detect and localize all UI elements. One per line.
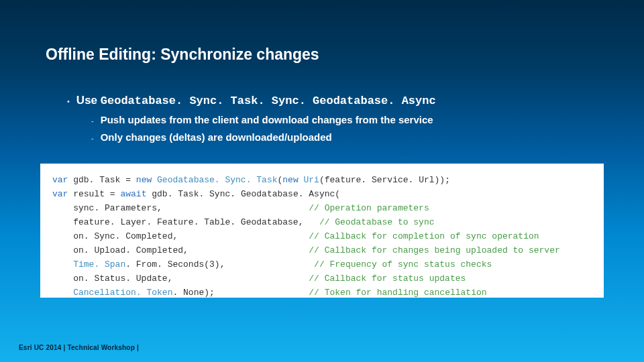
bullet-dot-icon: • xyxy=(67,94,70,109)
bullet-text: Use Geodatabase. Sync. Task. Sync. Geoda… xyxy=(76,94,436,107)
code-op: = xyxy=(125,175,136,185)
code-pln: (feature. Service. Url)); xyxy=(319,175,450,185)
code-arg: on. Status. Update, xyxy=(52,274,172,284)
code-type: Uri xyxy=(299,175,319,185)
bullet-code: Geodatabase. Sync. Task. Sync. Geodataba… xyxy=(101,95,436,107)
code-arg: . From. Seconds(3), xyxy=(125,259,225,269)
code-comment: // Frequency of sync status checks xyxy=(314,259,492,269)
code-type: Time. Span xyxy=(52,259,125,269)
footer-text: Esri UC 2014 | Technical Workshop | xyxy=(19,344,139,351)
code-kw: new xyxy=(282,175,298,185)
code-op: = xyxy=(110,189,121,199)
dash-icon: - xyxy=(91,117,94,125)
sub-bullet-1: - Push updates from the client and downl… xyxy=(91,114,433,125)
code-comment: // Operation parameters xyxy=(309,203,429,213)
dash-icon: - xyxy=(91,134,94,142)
code-type: Cancellation. Token xyxy=(52,288,172,298)
code-arg: on. Upload. Completed, xyxy=(52,245,189,255)
code-comment: // Callback for changes being uploaded t… xyxy=(309,245,559,255)
bullet-row: • Use Geodatabase. Sync. Task. Sync. Geo… xyxy=(67,94,436,109)
code-arg: sync. Parameters, xyxy=(52,203,162,213)
sub-text-1: Push updates from the client and downloa… xyxy=(101,114,433,125)
sub-text-2: Only changes (deltas) are downloaded/upl… xyxy=(101,131,332,143)
code-kw: var xyxy=(52,175,68,185)
code-pad xyxy=(162,203,309,213)
code-pad xyxy=(225,259,314,269)
code-type: Geodatabase. Sync. Task xyxy=(152,175,277,185)
code-sample: var gdb. Task = new Geodatabase. Sync. T… xyxy=(40,164,604,298)
code-kw: await xyxy=(120,189,146,199)
code-arg: . None); xyxy=(172,288,214,298)
code-kw: var xyxy=(52,189,68,199)
code-comment: // Callback for completion of sync opera… xyxy=(309,231,539,241)
sub-bullet-2: - Only changes (deltas) are downloaded/u… xyxy=(91,131,332,143)
code-comment: // Callback for status updates xyxy=(309,274,466,284)
code-pad xyxy=(303,217,319,227)
code-ident: gdb. Task xyxy=(68,175,125,185)
code-pad xyxy=(215,288,309,298)
code-ident: gdb. Task. Sync. Geodatabase. Async( xyxy=(146,189,340,199)
code-kw: new xyxy=(136,175,152,185)
bullet-prefix: Use xyxy=(76,94,101,107)
code-arg: feature. Layer. Feature. Table. Geodatab… xyxy=(52,217,303,227)
code-ident: result xyxy=(68,189,109,199)
code-pad xyxy=(189,245,309,255)
code-comment: // Token for handling cancellation xyxy=(309,288,486,298)
slide-title: Offline Editing: Synchronize changes xyxy=(46,46,319,64)
code-pad xyxy=(178,231,309,241)
code-arg: on. Sync. Completed, xyxy=(52,231,178,241)
code-comment: // Geodatabase to sync xyxy=(319,217,435,227)
code-pad xyxy=(172,274,309,284)
